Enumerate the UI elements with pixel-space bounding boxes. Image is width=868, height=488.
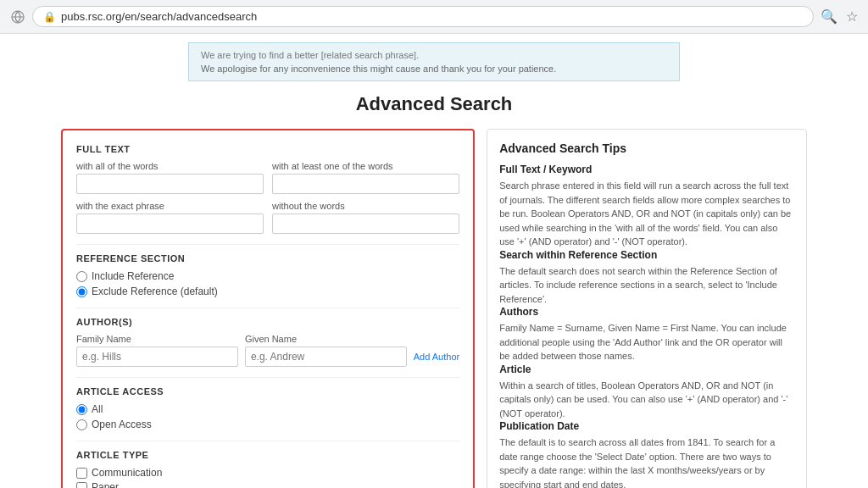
- tip-pubdate-heading: Publication Date: [499, 420, 794, 432]
- exact-phrase-label: with the exact phrase: [76, 201, 264, 211]
- given-name-group: Given Name: [245, 334, 407, 367]
- include-reference-radio[interactable]: [76, 271, 87, 282]
- type-paper-text: Paper: [92, 481, 119, 488]
- tip-authors-heading: Authors: [499, 306, 794, 318]
- tip-reference-heading: Search within Reference Section: [499, 249, 794, 261]
- tips-title: Advanced Search Tips: [499, 141, 794, 155]
- access-section: ARTICLE ACCESS All Open Access: [76, 386, 459, 430]
- at-least-one-label: with at least one of the words: [272, 161, 459, 171]
- exclude-reference-option[interactable]: Exclude Reference (default): [76, 286, 459, 297]
- include-reference-text: Include Reference: [92, 270, 174, 282]
- author-section: AUTHOR(S) Family Name Given Name Add Aut…: [76, 317, 459, 367]
- notice-banner: We are trying to find a better [related …: [188, 42, 680, 81]
- type-paper-option[interactable]: Paper: [76, 481, 459, 488]
- notice-line1: We are trying to find a better [related …: [201, 50, 667, 60]
- access-open-option[interactable]: Open Access: [76, 419, 459, 430]
- tips-panel: Advanced Search Tips Full Text / Keyword…: [487, 129, 807, 488]
- search-browser-icon[interactable]: 🔍: [821, 8, 837, 25]
- tip-reference: Search within Reference Section The defa…: [499, 249, 794, 307]
- access-open-radio[interactable]: [76, 419, 87, 430]
- given-name-label: Given Name: [245, 334, 407, 344]
- exact-phrase-group: with the exact phrase: [76, 201, 264, 234]
- divider-1: [76, 244, 459, 245]
- access-label: ARTICLE ACCESS: [76, 386, 459, 396]
- browser-chrome: 🔒 pubs.rsc.org/en/search/advancedsearch …: [0, 0, 868, 34]
- fulltext-label: FULL TEXT: [76, 144, 459, 154]
- access-open-text: Open Access: [92, 419, 152, 430]
- page-content: We are trying to find a better [related …: [0, 34, 868, 488]
- tip-fulltext-heading: Full Text / Keyword: [499, 164, 794, 175]
- tip-pubdate-text: The default is to search across all date…: [499, 435, 794, 488]
- divider-3: [76, 377, 459, 378]
- fulltext-section: FULL TEXT with all of the words with at …: [76, 144, 459, 234]
- family-name-label: Family Name: [76, 334, 238, 344]
- family-name-input[interactable]: [76, 347, 238, 367]
- fulltext-top-row: with all of the words with at least one …: [76, 161, 459, 194]
- main-layout: FULL TEXT with all of the words with at …: [53, 129, 815, 488]
- all-words-label: with all of the words: [76, 161, 264, 171]
- divider-2: [76, 308, 459, 308]
- tip-authors: Authors Family Name = Surname, Given Nam…: [499, 306, 794, 363]
- access-all-option[interactable]: All: [76, 403, 459, 415]
- exclude-reference-text: Exclude Reference (default): [92, 286, 218, 297]
- at-least-one-group: with at least one of the words: [272, 161, 459, 194]
- include-reference-option[interactable]: Include Reference: [76, 270, 459, 282]
- all-words-group: with all of the words: [76, 161, 264, 194]
- tip-reference-text: The default search does not search withi…: [499, 264, 794, 307]
- exact-phrase-input[interactable]: [76, 214, 264, 234]
- without-words-input[interactable]: [272, 214, 459, 234]
- url-text: pubs.rsc.org/en/search/advancedsearch: [61, 10, 257, 23]
- access-all-radio[interactable]: [76, 404, 87, 415]
- exclude-reference-radio[interactable]: [76, 286, 87, 297]
- given-name-input[interactable]: [245, 347, 407, 367]
- page-title: Advanced Search: [0, 93, 868, 115]
- article-type-checkboxes: Communication Paper Review Other: [76, 467, 459, 488]
- at-least-one-input[interactable]: [272, 174, 459, 194]
- article-type-section: ARTICLE TYPE Communication Paper Review: [76, 450, 459, 488]
- type-communication-checkbox[interactable]: [76, 468, 87, 479]
- article-type-label: ARTICLE TYPE: [76, 450, 459, 460]
- tip-article: Article Within a search of titles, Boole…: [499, 363, 794, 421]
- without-words-label: without the words: [272, 201, 459, 211]
- author-row: Family Name Given Name Add Author: [76, 334, 459, 367]
- url-bar[interactable]: 🔒 pubs.rsc.org/en/search/advancedsearch: [32, 6, 814, 27]
- tip-fulltext: Full Text / Keyword Search phrase entere…: [499, 164, 794, 249]
- type-paper-checkbox[interactable]: [76, 482, 87, 489]
- bookmark-icon[interactable]: ☆: [846, 8, 858, 25]
- lock-icon: 🔒: [43, 11, 56, 23]
- tip-fulltext-text: Search phrase entered in this field will…: [499, 179, 794, 249]
- access-all-text: All: [92, 403, 103, 415]
- browser-icon: [10, 9, 25, 25]
- reference-label: REFERENCE SECTION: [76, 253, 459, 263]
- tip-authors-text: Family Name = Surname, Given Name = Firs…: [499, 321, 794, 363]
- access-radio-group: All Open Access: [76, 403, 459, 430]
- tip-article-text: Within a search of titles, Boolean Opera…: [499, 379, 794, 421]
- add-author-link[interactable]: Add Author: [414, 352, 459, 367]
- without-words-group: without the words: [272, 201, 459, 234]
- fulltext-bottom-row: with the exact phrase without the words: [76, 201, 459, 234]
- search-panel: FULL TEXT with all of the words with at …: [61, 129, 475, 488]
- notice-line2: We apologise for any inconvenience this …: [201, 64, 667, 74]
- tip-publication-date: Publication Date The default is to searc…: [499, 420, 794, 488]
- authors-label: AUTHOR(S): [76, 317, 459, 327]
- all-words-input[interactable]: [76, 174, 264, 194]
- browser-actions: 🔍 ☆: [821, 8, 858, 25]
- type-communication-text: Communication: [92, 467, 162, 479]
- family-name-group: Family Name: [76, 334, 238, 367]
- reference-section: REFERENCE SECTION Include Reference Excl…: [76, 253, 459, 297]
- reference-radio-group: Include Reference Exclude Reference (def…: [76, 270, 459, 297]
- type-communication-option[interactable]: Communication: [76, 467, 459, 479]
- divider-4: [76, 441, 459, 441]
- tip-article-heading: Article: [499, 363, 794, 375]
